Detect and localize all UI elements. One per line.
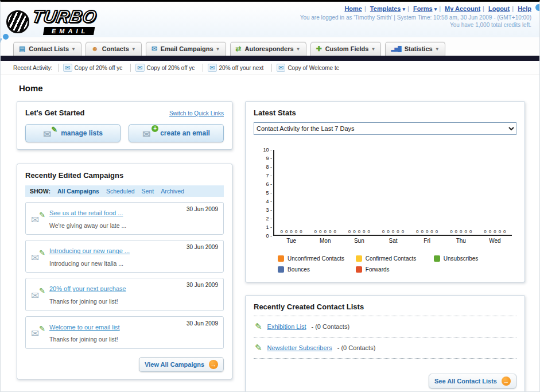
contact-list-row[interactable]: ✎ Exhibition List - (0 Contacts) bbox=[254, 316, 516, 337]
campaign-row[interactable]: ✉ ✎ Introducing our new range ... Introd… bbox=[25, 240, 224, 273]
envelope-icon: ✉ bbox=[135, 64, 144, 72]
top-nav-my-account[interactable]: My Account bbox=[445, 5, 480, 12]
campaign-subtitle: We're giving away our late ... bbox=[49, 222, 126, 229]
campaign-title-link[interactable]: See us at the retail food ... bbox=[49, 209, 123, 216]
envelope-icon: ✉ bbox=[277, 64, 285, 72]
filter-sent[interactable]: Sent bbox=[142, 188, 154, 195]
recent-activity-item[interactable]: ✉ Copy of 20% off yc bbox=[130, 64, 199, 72]
legend-swatch-icon bbox=[356, 255, 362, 262]
tab-label: Statistics bbox=[405, 45, 433, 52]
contact-activity-chart: 109876543210 000000000000000000000000000… bbox=[258, 150, 512, 273]
pencil-icon: ✎ bbox=[39, 249, 45, 257]
left-column: Let's Get Started Switch to Quick Links … bbox=[17, 101, 232, 379]
see-all-contact-lists-button[interactable]: See All Contact Lists → bbox=[429, 374, 516, 389]
recent-activity-text: Copy of 20% off yc bbox=[147, 65, 195, 71]
filter-archived[interactable]: Archived bbox=[161, 188, 184, 195]
campaign-subtitle: Thanks for joining our list! bbox=[49, 336, 118, 343]
manage-lists-button[interactable]: ✉ ✎ manage lists bbox=[25, 124, 121, 142]
legend-label: Forwards bbox=[366, 266, 390, 273]
pencil-icon: ✎ bbox=[39, 286, 45, 295]
contact-list-row[interactable]: ✎ Newsletter Subscribers - (0 Contacts) bbox=[254, 337, 516, 359]
recent-activity-item[interactable]: ✉ Copy of 20% off yc bbox=[58, 64, 127, 72]
bar-value-label: 0 bbox=[300, 229, 302, 234]
contact-list-link[interactable]: Newsletter Subscribers bbox=[267, 344, 332, 351]
logo-swoosh-icon bbox=[6, 10, 29, 33]
login-status-text: You are logged in as 'Timothy Smith' | S… bbox=[300, 14, 531, 21]
tab-custom-fields[interactable]: ✚ Custom Fields ▾ bbox=[310, 42, 382, 56]
switch-quick-links-link[interactable]: Switch to Quick Links bbox=[169, 110, 224, 117]
campaign-title-link[interactable]: Welcome to our email list bbox=[49, 324, 120, 331]
campaign-row[interactable]: ✉ ✎ 20% off your next purchase Thanks fo… bbox=[25, 278, 224, 311]
contact-lists-title: Recently Created Contact Lists bbox=[254, 302, 516, 311]
bar-value-label: 0 bbox=[314, 229, 317, 234]
tab-contacts[interactable]: ☻ Contacts ▾ bbox=[86, 42, 142, 56]
envelope-pencil-icon: ✉ ✎ bbox=[31, 327, 44, 337]
bar-value-label: 0 bbox=[430, 229, 433, 234]
envelope-icon: ✉ bbox=[142, 130, 150, 139]
top-nav-home[interactable]: Home bbox=[344, 5, 362, 12]
chart-plot: 00000000000000000000000000000000000 bbox=[273, 150, 512, 236]
bar-value-label: 0 bbox=[426, 229, 428, 234]
nav-separator: | bbox=[439, 5, 441, 12]
tab-statistics[interactable]: ▂▅█ Statistics ▾ bbox=[385, 42, 445, 56]
top-nav-help[interactable]: Help bbox=[518, 5, 531, 12]
bar-value-label: 0 bbox=[455, 229, 457, 234]
chart-bar-group: 00000 bbox=[342, 150, 376, 235]
logo-subtitle: EMAIL bbox=[43, 27, 95, 35]
campaign-subtitle: Introducing our new Italia ... bbox=[49, 260, 123, 267]
legend-item: Forwards bbox=[356, 266, 434, 273]
x-tick-label: Tue bbox=[274, 238, 308, 244]
filter-scheduled[interactable]: Scheduled bbox=[106, 188, 135, 195]
tab-label: Email Campaigns bbox=[161, 45, 213, 52]
chevron-down-icon: ▾ bbox=[372, 46, 374, 52]
x-tick-label: Wed bbox=[478, 238, 512, 244]
top-nav-forms[interactable]: Forms bbox=[413, 5, 433, 12]
stats-period-select[interactable]: Contact Activity for the Last 7 Days bbox=[254, 122, 516, 135]
x-tick-label: Thu bbox=[444, 238, 478, 244]
bar-value-label: 0 bbox=[333, 229, 336, 234]
bar-value-label: 0 bbox=[489, 229, 491, 234]
bar-value-label: 0 bbox=[358, 229, 360, 234]
bar-value-label: 0 bbox=[436, 229, 438, 234]
chart-y-axis: 109876543210 bbox=[258, 150, 273, 236]
x-tick-label: Mon bbox=[308, 238, 342, 244]
top-nav-logout[interactable]: Logout bbox=[488, 5, 510, 12]
view-all-campaigns-button[interactable]: View All Campaigns → bbox=[139, 357, 224, 372]
tab-autoresponders[interactable]: ⇄ Autoresponders ▾ bbox=[230, 42, 306, 56]
bar-value-label: 0 bbox=[280, 229, 282, 234]
app-window: TURBO EMAIL Home| Templates ▾| Forms ▾| … bbox=[0, 0, 540, 392]
campaign-title-link[interactable]: 20% off your next purchase bbox=[49, 285, 126, 292]
contact-list-link[interactable]: Exhibition List bbox=[267, 323, 306, 330]
nav-separator: | bbox=[364, 5, 366, 12]
envelope-icon: ✉ bbox=[31, 329, 39, 339]
bar-value-label: 0 bbox=[329, 229, 331, 234]
top-right-area: Home| Templates ▾| Forms ▾| My Account| … bbox=[300, 4, 531, 37]
filter-all-campaigns[interactable]: All Campaigns bbox=[57, 188, 99, 195]
chevron-down-icon: ▾ bbox=[403, 6, 406, 12]
recent-activity-item[interactable]: ✉ Copy of Welcome tc bbox=[271, 64, 344, 72]
envelope-pencil-icon: ✉ ✎ bbox=[31, 251, 44, 262]
campaign-row[interactable]: ✉ ✎ See us at the retail food ... We're … bbox=[25, 202, 224, 235]
recent-activity-text: Copy of Welcome tc bbox=[288, 65, 339, 71]
campaign-title-link[interactable]: Introducing our new range ... bbox=[49, 247, 130, 254]
campaign-row[interactable]: ✉ ✎ Welcome to our email list Thanks for… bbox=[25, 316, 224, 349]
envelope-icon: ✉ bbox=[63, 64, 72, 72]
show-label: SHOW: bbox=[30, 188, 50, 195]
credits-text: You have 1,000 total credits left. bbox=[300, 22, 531, 28]
recent-activity-item[interactable]: ✉ 20% off your next bbox=[203, 64, 268, 72]
chart-bar-group: 00000 bbox=[308, 150, 342, 235]
bar-value-label: 0 bbox=[295, 229, 297, 234]
recent-campaigns-panel: Recently Edited Campaigns SHOW: All Camp… bbox=[17, 164, 232, 379]
nav-separator: | bbox=[512, 5, 514, 12]
recent-activity-text: 20% off your next bbox=[219, 65, 264, 71]
legend-item: Unconfirmed Contacts bbox=[278, 255, 356, 262]
create-email-button[interactable]: ✉ + create an email bbox=[129, 124, 224, 142]
top-nav-templates[interactable]: Templates bbox=[370, 5, 401, 12]
tab-email-campaigns[interactable]: ✉ Email Campaigns ▾ bbox=[146, 42, 226, 56]
legend-swatch-icon bbox=[278, 266, 284, 273]
tab-label: Contact Lists bbox=[29, 45, 69, 52]
chevron-down-icon: ▾ bbox=[217, 46, 219, 52]
chevron-down-icon: ▾ bbox=[297, 46, 300, 52]
arrow-icon: → bbox=[209, 360, 218, 369]
tab-contact-lists[interactable]: ▤ Contact Lists ▾ bbox=[13, 42, 81, 56]
